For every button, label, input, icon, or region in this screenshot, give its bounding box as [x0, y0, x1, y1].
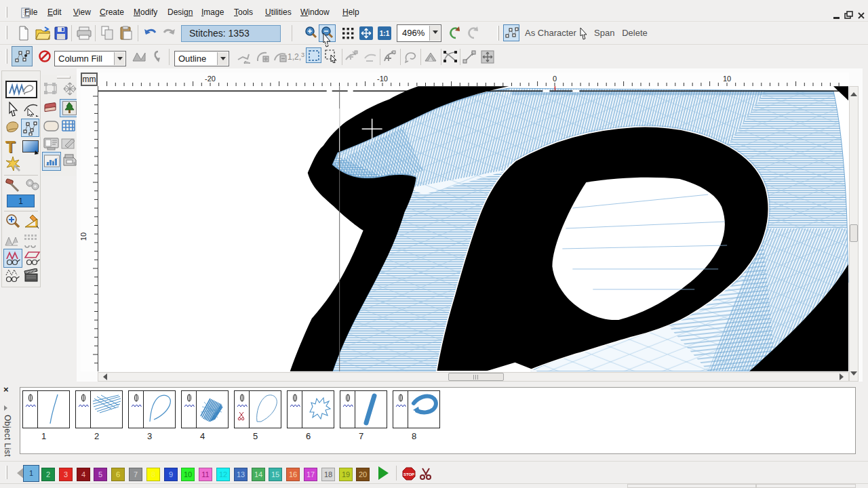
svg-text:1:1: 1:1: [380, 30, 390, 37]
svg-text:0: 0: [553, 75, 557, 83]
svg-text:10: 10: [723, 75, 731, 83]
svg-text:-10: -10: [377, 75, 388, 83]
svg-text:10: 10: [81, 232, 87, 241]
svg-text:-20: -20: [205, 75, 216, 83]
svg-text:STOP: STOP: [403, 472, 414, 476]
